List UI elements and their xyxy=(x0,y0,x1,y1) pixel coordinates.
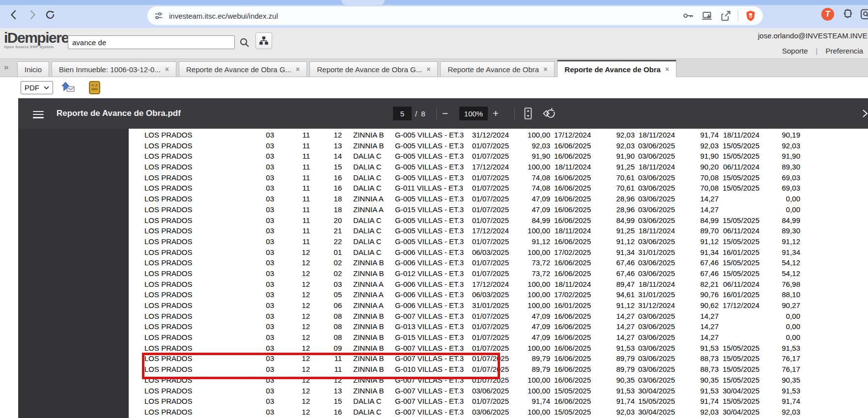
table-cell: 05 xyxy=(310,289,342,300)
table-cell: 94,61 xyxy=(591,289,635,300)
table-row: LOS PRADOS031206ZINNIA AG-006 VILLAS - E… xyxy=(144,300,800,311)
table-row: LOS PRADOS031205ZINNIA AG-006 VILLAS - E… xyxy=(144,289,800,300)
table-cell: 90,76 xyxy=(675,289,719,300)
table-cell: 67,46 xyxy=(675,257,719,268)
menu-tree-button[interactable] xyxy=(255,32,272,49)
table-cell: ZINNIA B xyxy=(342,311,395,322)
url-text[interactable]: investeam.itsc.ec/webui/index.zul xyxy=(169,12,676,20)
extension-t-icon[interactable]: T xyxy=(821,8,834,21)
table-cell: 16/06/2025 xyxy=(550,183,591,194)
table-cell: 11 xyxy=(274,162,310,172)
table-cell: 14,27 xyxy=(675,204,719,215)
send-mail-button[interactable] xyxy=(61,80,76,95)
table-cell: 03/06/2025 xyxy=(469,407,509,418)
table-cell: 17/12/2024 xyxy=(550,130,591,140)
table-cell: 92,03 xyxy=(759,140,800,151)
table-cell: 03 xyxy=(208,353,274,364)
table-cell: 91,12 xyxy=(591,300,635,311)
browser-reload-button[interactable] xyxy=(43,8,57,22)
tab-close-icon[interactable]: × xyxy=(426,66,430,73)
table-cell: 03 xyxy=(208,204,274,215)
fit-page-icon[interactable] xyxy=(523,107,533,120)
table-cell: 06/11/2024 xyxy=(719,162,759,172)
passwords-key-icon[interactable] xyxy=(682,9,695,22)
table-row: LOS PRADOS031113ZINNIA BG-005 VILLAS - E… xyxy=(144,140,800,151)
table-cell: 17/12/2024 xyxy=(469,279,509,290)
export-format-select[interactable]: PDF xyxy=(21,81,53,94)
tab[interactable]: Bien Inmueble: 1006-03-12-0...× xyxy=(52,61,176,77)
sidebar-expand-chevrons-icon[interactable]: » xyxy=(4,62,8,72)
table-row: LOS PRADOS031116DALIA CG-005 VILLAS - ET… xyxy=(144,172,800,183)
report-toolbar: PDF xyxy=(0,77,868,98)
table-cell: 100,00 xyxy=(509,343,550,354)
table-row: LOS PRADOS031118ZINNIA AG-005 VILLAS - E… xyxy=(144,194,800,204)
tab[interactable]: Reporte de Avance de Obra G...× xyxy=(309,61,438,77)
table-cell: 89,79 xyxy=(509,364,550,375)
table-cell: 03/06/2025 xyxy=(635,268,675,279)
table-cell: DALIA C xyxy=(342,162,395,172)
tab-close-icon[interactable]: × xyxy=(296,66,300,73)
table-cell: 15 xyxy=(310,162,342,172)
browser-forward-button[interactable] xyxy=(26,8,39,22)
table-cell: LOS PRADOS xyxy=(144,140,208,151)
table-row: LOS PRADOS031120DALIA CG-005 VILLAS - ET… xyxy=(144,215,800,226)
table-cell: 70,61 xyxy=(591,183,635,194)
table-cell: 16/06/2025 xyxy=(550,151,591,162)
save-to-device-icon[interactable] xyxy=(700,9,713,22)
table-cell: LOS PRADOS xyxy=(144,225,208,236)
table-cell: 13 xyxy=(310,140,342,151)
table-cell: 100,00 xyxy=(509,130,550,140)
search-in-box-icon[interactable] xyxy=(860,8,868,21)
tab[interactable]: Reporte de Avance de Obra G...× xyxy=(179,61,307,77)
site-controls-icon[interactable] xyxy=(153,10,164,21)
table-cell: DALIA C xyxy=(342,225,395,236)
table-cell: LOS PRADOS xyxy=(144,300,208,311)
table-cell: 74,08 xyxy=(509,183,550,194)
table-cell: ZINNIA B xyxy=(342,257,395,268)
table-cell: 91,90 xyxy=(675,151,719,162)
pdf-menu-icon[interactable] xyxy=(31,107,46,120)
tab-close-icon[interactable]: × xyxy=(543,66,547,73)
toolbar-overflow-icon[interactable] xyxy=(861,107,868,120)
table-cell: LOS PRADOS xyxy=(144,386,208,396)
link-soporte[interactable]: Soporte xyxy=(782,47,808,55)
table-cell: 91,74 xyxy=(509,396,550,407)
address-bar[interactable]: investeam.itsc.ec/webui/index.zul xyxy=(147,6,763,25)
table-cell: 18/11/2024 xyxy=(550,162,591,172)
table-cell: 08 xyxy=(310,311,342,322)
brave-shield-icon[interactable] xyxy=(744,9,757,22)
global-search-input[interactable] xyxy=(68,35,235,49)
table-cell: 03 xyxy=(208,407,274,418)
tab[interactable]: Reporte de Avance de Obra× xyxy=(440,61,555,77)
extensions-puzzle-icon[interactable] xyxy=(841,8,854,21)
zoom-out-button[interactable]: − xyxy=(442,98,448,129)
table-cell: LOS PRADOS xyxy=(144,236,208,247)
table-row: LOS PRADOS031211ZINNIA BG-007 VILLAS - E… xyxy=(144,353,800,364)
table-cell: 82,21 xyxy=(675,279,719,290)
tab[interactable]: Inicio xyxy=(17,61,49,77)
table-cell: 03 xyxy=(208,130,274,140)
table-row: LOS PRADOS031121DALIA CG-005 VILLAS - ET… xyxy=(144,225,800,236)
table-cell: G-005 VILLAS - ET.3 xyxy=(395,130,469,140)
search-button[interactable] xyxy=(238,36,252,50)
page-number-input[interactable] xyxy=(393,107,412,120)
table-cell: ZINNIA A xyxy=(342,279,395,290)
table-cell: 90,35 xyxy=(675,375,719,386)
archive-button[interactable] xyxy=(87,80,102,95)
table-cell: 03 xyxy=(208,268,274,279)
zoom-in-button[interactable]: + xyxy=(493,98,499,129)
rotate-page-icon[interactable] xyxy=(543,107,557,120)
tab[interactable]: Reporte de Avance de Obra× xyxy=(557,60,676,77)
table-cell: G-005 VILLAS - ET.3 xyxy=(395,172,469,183)
link-preferencia[interactable]: Preferencia xyxy=(825,47,863,55)
share-icon[interactable] xyxy=(719,9,732,22)
table-cell: 18 xyxy=(310,204,342,215)
tab-close-icon[interactable]: × xyxy=(665,66,669,73)
table-cell: G-007 VILLAS - ET.3 xyxy=(395,407,469,418)
browser-back-button[interactable] xyxy=(7,8,21,22)
table-cell: 76,17 xyxy=(759,364,800,375)
tab-close-icon[interactable]: × xyxy=(165,66,169,73)
table-cell: 91,90 xyxy=(509,151,550,162)
table-row: LOS PRADOS031202ZINNIA BG-006 VILLAS - E… xyxy=(144,257,800,268)
table-cell: 01/07/2025 xyxy=(469,311,509,322)
